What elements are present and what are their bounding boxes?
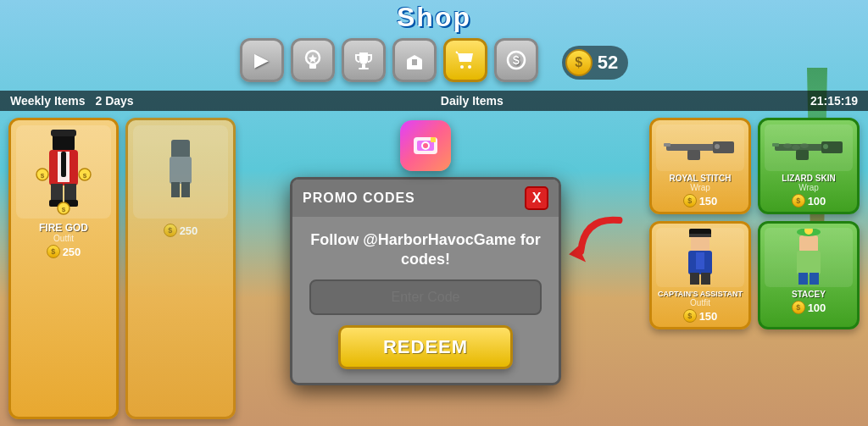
svg-rect-64 xyxy=(431,137,436,142)
modal-close-button[interactable]: X xyxy=(525,186,548,210)
svg-rect-3 xyxy=(362,64,365,68)
redeem-button[interactable]: REDEEM xyxy=(338,325,513,369)
svg-point-9 xyxy=(468,65,471,69)
svg-marker-6 xyxy=(407,55,422,59)
follow-text: Follow @HarborHavocGame for codes! xyxy=(309,230,542,270)
shop-button[interactable] xyxy=(443,38,487,82)
promo-modal: PROMO CODES X Follow @HarborHavocGame fo… xyxy=(290,177,561,386)
timer-bar: Weekly Items 2 Days Daily Items 21:15:19 xyxy=(0,91,868,111)
svg-rect-1 xyxy=(309,64,316,69)
svg-line-10 xyxy=(456,52,458,53)
nav-buttons: ▶ $ xyxy=(240,38,538,82)
box-button[interactable] xyxy=(392,38,437,82)
coin-icon: $ xyxy=(565,49,593,76)
promo-app-icon xyxy=(400,120,451,171)
svg-rect-7 xyxy=(412,59,417,65)
daily-label: Daily Items xyxy=(441,94,504,108)
trophy-button[interactable] xyxy=(342,38,386,82)
modal-header: PROMO CODES X xyxy=(292,180,559,217)
svg-marker-2 xyxy=(309,54,317,63)
coin-display: $ 52 xyxy=(562,46,628,80)
modal-overlay: PROMO CODES X Follow @HarborHavocGame fo… xyxy=(0,111,868,426)
svg-rect-4 xyxy=(359,68,369,69)
page-title: Shop xyxy=(397,2,471,33)
daily-time: 21:15:19 xyxy=(810,94,858,108)
svg-text:$: $ xyxy=(513,53,520,67)
modal-body: Follow @HarborHavocGame for codes! REDEE… xyxy=(292,217,559,384)
coin-count: 52 xyxy=(598,52,618,74)
dollar-button[interactable]: $ xyxy=(494,38,538,82)
modal-title: PROMO CODES xyxy=(303,191,415,206)
weekly-label: Weekly Items xyxy=(10,94,85,108)
promo-code-input[interactable] xyxy=(309,279,542,315)
header: Shop ▶ $ xyxy=(0,0,868,91)
play-button[interactable]: ▶ xyxy=(240,38,284,82)
achievements-button[interactable] xyxy=(291,38,335,82)
svg-point-8 xyxy=(460,65,464,69)
svg-point-63 xyxy=(423,143,428,148)
shop-area: $ $ $ FIRE GOD Outfit $ 250 xyxy=(0,111,868,426)
main-container: Shop ▶ $ xyxy=(0,0,868,426)
weekly-time: 2 Days xyxy=(95,94,133,108)
close-label: X xyxy=(532,191,542,206)
